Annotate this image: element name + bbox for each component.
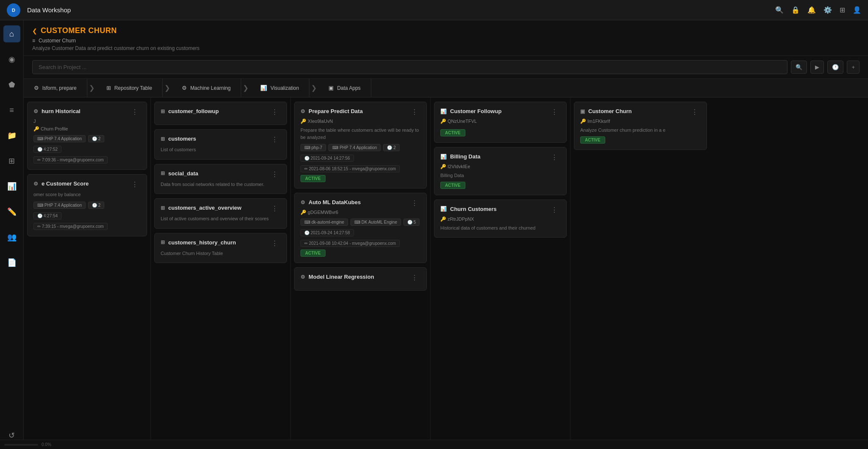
sidebar-item-chart[interactable]: 📊 [3, 178, 20, 195]
back-chevron[interactable]: ❮ [32, 28, 37, 34]
customer-churn-app-key: 🔑 Im1FKksrIf [580, 119, 701, 124]
tag-date2: 🕐 4:27:54 [33, 212, 61, 219]
card-customer-followup-tbl[interactable]: ⊞ customer_followup ⋮ [154, 102, 287, 125]
sidebar-item-docs[interactable]: 📄 [3, 254, 20, 271]
history-button[interactable]: 🕐 [827, 61, 843, 74]
card-prepare-predict-header: ⚙ Prepare Predict Data ⋮ [300, 108, 420, 116]
model-linear-menu[interactable]: ⋮ [409, 274, 420, 282]
sidebar-item-storage[interactable]: ⬟ [3, 76, 20, 93]
column-viz: 📊 Customer Followup ⋮ 🔑 QNzUneTFVL ACTIV… [431, 97, 570, 449]
tab-ml[interactable]: ⚙ Machine Learning [172, 79, 241, 97]
topbar: D Data Workshop 🔍 🔒 🔔 ⚙️ ⊞ 👤 [0, 0, 868, 20]
card-customers-history-tbl-title: ⊞ customers_history_churn [161, 239, 236, 246]
customers-active-tbl-menu[interactable]: ⋮ [270, 205, 281, 213]
customers-tbl-desc: List of customers [161, 146, 281, 153]
prepare-predict-edit: ✏ 2021-08-06 18:52:15 - mvega@grupoenx.c… [300, 165, 420, 172]
sidebar-item-folder[interactable]: 📁 [3, 127, 20, 144]
tab-transform-label: lsform, prepare [42, 85, 77, 91]
sidebar-item-home[interactable]: ⌂ [3, 25, 20, 42]
customers-history-tbl-menu[interactable]: ⋮ [270, 239, 281, 247]
settings-icon[interactable]: ⚙️ [823, 6, 832, 14]
card-customer-score[interactable]: ⚙ e Customer Score ⋮ omer score by balan… [27, 174, 147, 236]
card-billing-data-viz[interactable]: 📊 Billing Data ⋮ 🔑 I2VIdvkIEe Billing Da… [434, 147, 567, 195]
search-input[interactable] [32, 60, 787, 74]
card-customer-churn-app[interactable]: ▣ Customer Churn ⋮ 🔑 Im1FKksrIf Analyze … [574, 102, 707, 150]
churn-customers-viz-desc: Historical data of customers and their c… [440, 224, 560, 232]
bell-icon[interactable]: 🔔 [807, 6, 816, 14]
social-data-tbl-menu[interactable]: ⋮ [270, 170, 281, 178]
content-area: ⚙ hurn Historical ⋮ J 🔑 Churn Profile ⌨ … [24, 97, 868, 449]
sidebar-item-brush[interactable]: ✏️ [3, 203, 20, 220]
card-auto-ml[interactable]: ⚙ Auto ML DataKubes ⋮ 🔑 gDGEMWBvr6 ⌨ dk-… [294, 193, 427, 263]
card-churn-customers-viz[interactable]: 📊 Churn Customers ⋮ 🔑 zRtrJDPpNX Histori… [434, 200, 567, 238]
card-auto-ml-header: ⚙ Auto ML DataKubes ⋮ [300, 199, 420, 207]
grid-icon[interactable]: ⊞ [840, 6, 845, 14]
card-churn-historical[interactable]: ⚙ hurn Historical ⋮ J 🔑 Churn Profile ⌨ … [27, 102, 147, 170]
prepare-predict-active: ACTIVE [300, 175, 326, 182]
auto-ml-dates: 🕐 2021-09-24 14:27:58 [300, 229, 420, 236]
add-button[interactable]: + [847, 61, 860, 74]
tab-viz[interactable]: 📊 Visualization [250, 79, 309, 97]
search-button[interactable]: 🔍 [791, 61, 807, 74]
search-icon[interactable]: 🔍 [775, 6, 784, 14]
chevron-1: ❯ [89, 84, 95, 92]
column-apps: ▣ Customer Churn ⋮ 🔑 Im1FKksrIf Analyze … [570, 97, 710, 449]
churn-historical-edit: ✏ 7:09:36 - mvega@grupoenx.com [33, 156, 141, 164]
pipeline-tabs: ⚙ lsform, prepare ❯ ⊞ Repository Table ❯… [24, 79, 868, 97]
customers-history-tbl-desc: Customer Churn History Table [161, 250, 281, 257]
sidebar-item-users[interactable]: 👥 [3, 229, 20, 246]
churn-historical-id: J [33, 119, 141, 124]
user-icon[interactable]: 👤 [853, 6, 861, 14]
customer-followup-viz-key: 🔑 QNzUneTFVL [440, 119, 560, 124]
run-button[interactable]: ▶ [810, 61, 824, 74]
card-customer-score-header: ⚙ e Customer Score ⋮ [33, 180, 141, 188]
sidebar-item-table[interactable]: ⊞ [3, 152, 20, 169]
card-customer-score-title: ⚙ e Customer Score [33, 180, 89, 187]
column-transform: ⚙ hurn Historical ⋮ J 🔑 Churn Profile ⌨ … [24, 97, 151, 449]
card-customers-active-tbl[interactable]: ⊞ customers_active_overview ⋮ List of ac… [154, 198, 287, 229]
card-churn-customers-viz-header: 📊 Churn Customers ⋮ [440, 206, 560, 214]
tag-edit4: ✏ 2021-09-08 10:42:04 - mvega@grupoenx.c… [300, 240, 400, 247]
tab-transform[interactable]: ⚙ lsform, prepare [24, 79, 87, 97]
card-social-data-tbl[interactable]: ⊞ social_data ⋮ Data from social network… [154, 164, 287, 194]
prepare-predict-menu[interactable]: ⋮ [409, 108, 420, 116]
tag-date4: 🕐 2021-09-24 14:27:58 [300, 229, 354, 236]
svg-text:D: D [12, 8, 15, 13]
sidebar-item-dashboard[interactable]: ◉ [3, 51, 20, 68]
churn-historical-icon: ⚙ [33, 108, 38, 114]
customer-score-icon: ⚙ [33, 181, 38, 187]
tab-apps[interactable]: ▣ Data Apps [318, 79, 371, 97]
churn-historical-menu[interactable]: ⋮ [130, 108, 141, 116]
chevron-3: ❯ [243, 84, 248, 92]
customer-churn-app-menu[interactable]: ⋮ [690, 108, 701, 116]
card-customers-tbl-title: ⊞ customers [161, 136, 196, 142]
card-customers-tbl[interactable]: ⊞ customers ⋮ List of customers [154, 129, 287, 160]
sidebar-item-layers[interactable]: ≡ [3, 102, 20, 119]
tab-repository[interactable]: ⊞ Repository Table [96, 79, 163, 97]
card-customers-history-tbl[interactable]: ⊞ customers_history_churn ⋮ Customer Chu… [154, 233, 287, 263]
auto-ml-key: 🔑 gDGEMWBvr6 [300, 210, 420, 215]
card-customers-active-tbl-header: ⊞ customers_active_overview ⋮ [161, 205, 281, 213]
tag-dk-engine: ⌨ dk-automl-engine [300, 219, 348, 226]
card-prepare-predict[interactable]: ⚙ Prepare Predict Data ⋮ 🔑 XIeo9IaUvN Pr… [294, 102, 427, 188]
auto-ml-menu[interactable]: ⋮ [409, 199, 420, 207]
card-customer-followup-viz[interactable]: 📊 Customer Followup ⋮ 🔑 QNzUneTFVL ACTIV… [434, 102, 567, 143]
churn-customers-viz-menu[interactable]: ⋮ [549, 206, 560, 214]
card-social-data-tbl-title: ⊞ social_data [161, 170, 198, 177]
followup-tbl-icon: ⊞ [161, 108, 165, 114]
customer-score-tags: ⌨ PHP 7.4 Application 🕐 2 [33, 202, 141, 209]
customer-followup-viz-menu[interactable]: ⋮ [549, 108, 560, 116]
tag-edit1: ✏ 7:09:36 - mvega@grupoenx.com [33, 156, 108, 164]
lock-icon[interactable]: 🔒 [791, 6, 800, 14]
billing-data-viz-menu[interactable]: ⋮ [549, 153, 560, 161]
card-billing-data-viz-title: 📊 Billing Data [440, 153, 481, 160]
card-churn-historical-header: ⚙ hurn Historical ⋮ [33, 108, 141, 116]
project-meta: ≡ Customer Churn [32, 38, 860, 44]
topbar-icons: 🔍 🔒 🔔 ⚙️ ⊞ 👤 [775, 6, 861, 14]
customers-tbl-menu[interactable]: ⋮ [270, 136, 281, 144]
card-model-linear[interactable]: ⚙ Model Linear Regression ⋮ [294, 267, 427, 291]
customer-score-menu[interactable]: ⋮ [130, 180, 141, 188]
followup-tbl-menu[interactable]: ⋮ [270, 108, 281, 116]
chevron-2: ❯ [164, 84, 170, 92]
card-prepare-predict-title: ⚙ Prepare Predict Data [300, 108, 363, 114]
